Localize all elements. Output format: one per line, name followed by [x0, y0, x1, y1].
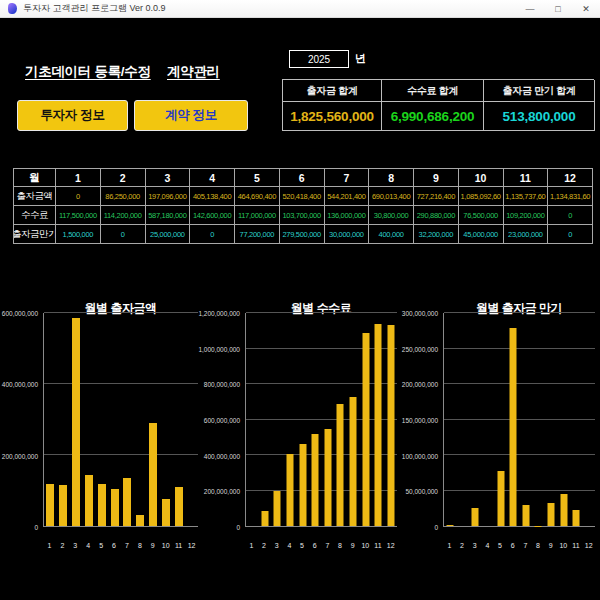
summary-value-investment: 1,825,560,000 [283, 102, 382, 131]
bar-month-2 [261, 511, 268, 526]
month-header-cell: 7 [325, 169, 370, 187]
bar-month-1 [46, 484, 54, 526]
table-cell: 0 [101, 225, 146, 244]
y-axis-label: 150,000,000 [402, 417, 438, 424]
bar-month-6 [111, 489, 119, 526]
table-cell: 77,200,000 [235, 225, 280, 244]
gridline [444, 312, 595, 313]
month-header-cell: 5 [235, 169, 280, 187]
bar-month-3 [472, 508, 479, 526]
table-cell: 1,500,000 [56, 225, 101, 244]
table-cell: 45,000,000 [459, 225, 504, 244]
x-axis-label: 12 [387, 542, 395, 549]
summary-value-fee: 6,990,686,200 [382, 102, 484, 131]
table-cell: 103,700,000 [280, 206, 325, 225]
plot-area [245, 313, 397, 527]
app-icon [8, 3, 17, 14]
table-cell: 30,000,000 [325, 225, 370, 244]
y-axis: 0200,000,000400,000,000600,000,000 [6, 313, 41, 527]
x-axis-label: 2 [60, 542, 64, 549]
table-cell: 23,000,000 [504, 225, 549, 244]
table-cell: 136,000,000 [325, 206, 370, 225]
maximize-button[interactable]: □ [544, 0, 572, 17]
x-axis-label: 6 [313, 542, 317, 549]
y-axis-label: 100,000,000 [402, 452, 438, 459]
gridline [444, 348, 595, 349]
section-link-contract-mgmt[interactable]: 계약관리 [167, 63, 220, 81]
y-axis-label: 300,000,000 [402, 310, 438, 317]
y-axis: 050,000,000100,000,000150,000,000200,000… [406, 313, 441, 527]
table-cell: 109,200,000 [504, 206, 549, 225]
bar-month-4 [85, 475, 93, 526]
summary-header-fee: 수수료 합계 [382, 80, 484, 102]
gridline [44, 454, 198, 455]
bar-month-3 [274, 491, 281, 526]
bar-month-6 [510, 328, 517, 526]
year-unit-label: 년 [355, 51, 366, 66]
window-title: 투자자 고객관리 프로그램 Ver 0.0.9 [23, 2, 166, 15]
gridline [444, 490, 595, 491]
x-axis-label: 5 [99, 542, 103, 549]
year-input[interactable]: 2025 [289, 50, 349, 68]
gridline [444, 383, 595, 384]
x-axis: 123456789101112 [245, 542, 397, 552]
x-axis-label: 2 [262, 542, 266, 549]
section-link-basic-data[interactable]: 기초데이터 등록/수정 [25, 63, 151, 81]
table-cell: 25,000,000 [146, 225, 191, 244]
contract-info-button[interactable]: 계약 정보 [134, 100, 248, 131]
y-axis-label: 250,000,000 [402, 345, 438, 352]
bar-month-10 [162, 499, 170, 526]
bar-month-9 [547, 503, 554, 526]
y-axis-label: 200,000,000 [2, 452, 38, 459]
x-axis-label: 11 [374, 542, 381, 549]
investor-info-button[interactable]: 투자자 정보 [17, 100, 128, 131]
x-axis-label: 10 [559, 542, 567, 549]
table-cell: 400,000 [369, 225, 414, 244]
table-cell: 197,096,000 [146, 187, 191, 206]
table-cell: 0 [56, 187, 101, 206]
table-cell: 464,690,400 [235, 187, 280, 206]
chart-monthly-investment-amount: 월별 출자금액 0200,000,000400,000,000600,000,0… [6, 298, 199, 558]
y-axis-label: 400,000,000 [204, 452, 240, 459]
plot-area [43, 313, 198, 527]
x-axis: 123456789101112 [43, 542, 198, 552]
chart-monthly-maturity: 월별 출자금 만기 050,000,000100,000,000150,000,… [406, 298, 596, 558]
bar-month-3 [72, 318, 80, 526]
x-axis-label: 2 [460, 542, 464, 549]
y-axis-label: 0 [236, 524, 240, 531]
x-axis-label: 7 [125, 542, 129, 549]
gridline [246, 312, 397, 313]
table-cell: 142,600,000 [190, 206, 235, 225]
table-cell: 690,013,400 [369, 187, 414, 206]
y-axis-label: 600,000,000 [204, 417, 240, 424]
table-cell: 0 [548, 206, 593, 225]
close-button[interactable]: ✕ [572, 0, 600, 17]
table-cell: 0 [548, 225, 593, 244]
x-axis-label: 11 [572, 542, 579, 549]
x-axis-label: 8 [536, 542, 540, 549]
table-cell: 1,135,737,60 [504, 187, 549, 206]
month-header-cell: 12 [548, 169, 593, 187]
bar-month-2 [59, 485, 67, 526]
table-cell: 117,000,000 [235, 206, 280, 225]
y-axis: 0200,000,000400,000,000600,000,000800,00… [208, 313, 243, 527]
x-axis-label: 3 [473, 542, 477, 549]
gridline [44, 312, 198, 313]
summary-value-maturity: 513,800,000 [484, 102, 595, 131]
minimize-button[interactable]: — [516, 0, 544, 17]
bar-month-1 [447, 525, 454, 526]
y-axis-label: 0 [434, 524, 438, 531]
x-axis-label: 12 [188, 542, 196, 549]
bar-month-9 [349, 397, 356, 526]
bar-month-8 [337, 404, 344, 526]
x-axis-label: 5 [300, 542, 304, 549]
bar-month-11 [375, 324, 382, 526]
row-label: 출자금액 [14, 187, 56, 206]
bar-month-12 [387, 325, 394, 526]
month-header-cell: 6 [280, 169, 325, 187]
month-header-cell: 4 [190, 169, 235, 187]
y-axis-label: 1,000,000,000 [198, 345, 240, 352]
y-axis-label: 400,000,000 [2, 381, 38, 388]
month-header-cell: 9 [414, 169, 459, 187]
table-cell: 727,216,400 [414, 187, 459, 206]
